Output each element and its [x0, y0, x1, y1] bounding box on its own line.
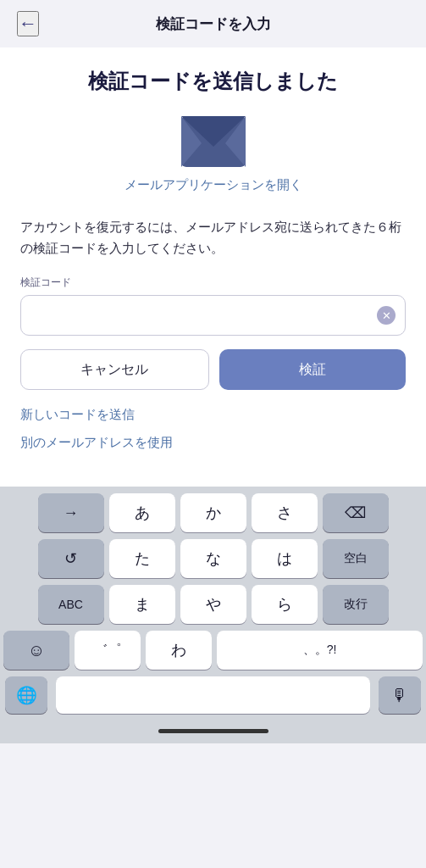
keyboard-bottom-row: 🌐 🎙 — [3, 676, 423, 722]
key-return[interactable]: 改行 — [323, 585, 389, 624]
keyboard: → あ か さ ⌫ ↺ た な は 空白 ABC ま や ら 改行 ☺ ゛゜ わ… — [0, 487, 426, 722]
alt-email-link[interactable]: 別のメールアドレスを使用 — [20, 435, 406, 451]
key-ka[interactable]: か — [180, 493, 246, 532]
key-arrow[interactable]: → — [38, 493, 104, 532]
key-abc[interactable]: ABC — [38, 585, 104, 624]
keyboard-row-3: ABC ま や ら 改行 — [3, 585, 423, 624]
key-punctuation[interactable]: 、。?! — [217, 631, 423, 670]
header-title: 検証コードを入力 — [156, 14, 271, 34]
key-mic[interactable]: 🎙 — [379, 676, 421, 714]
key-a[interactable]: あ — [109, 493, 175, 532]
back-button[interactable]: ← — [17, 11, 39, 36]
key-emoji[interactable]: ☺ — [3, 631, 69, 670]
description-text: アカウントを復元するには、メールアドレス宛に送られてきた６桁の検証コードを入力し… — [20, 217, 406, 259]
open-mail-link[interactable]: メールアプリケーションを開く — [124, 177, 302, 193]
key-space[interactable]: 空白 — [323, 539, 389, 578]
code-input[interactable] — [20, 295, 406, 336]
home-bar — [158, 729, 268, 733]
code-input-wrapper: ✕ — [20, 295, 406, 336]
key-backspace[interactable]: ⌫ — [323, 493, 389, 532]
key-ra[interactable]: ら — [252, 585, 318, 624]
key-ha[interactable]: は — [252, 539, 318, 578]
key-na[interactable]: な — [180, 539, 246, 578]
key-sa[interactable]: さ — [252, 493, 318, 532]
email-icon-section: メールアプリケーションを開く — [20, 114, 406, 210]
clear-input-button[interactable]: ✕ — [377, 306, 396, 325]
key-wa[interactable]: わ — [146, 631, 212, 670]
key-dakuten[interactable]: ゛゜ — [75, 631, 141, 670]
key-spacebar[interactable] — [56, 676, 370, 714]
email-icon — [180, 114, 247, 169]
page-title: 検証コードを送信しました — [20, 68, 406, 94]
key-ma[interactable]: ま — [109, 585, 175, 624]
key-ta[interactable]: た — [109, 539, 175, 578]
cancel-button[interactable]: キャンセル — [20, 349, 209, 390]
home-indicator-area — [0, 722, 426, 743]
key-ya[interactable]: や — [180, 585, 246, 624]
key-globe[interactable]: 🌐 — [5, 676, 47, 714]
main-content: 検証コードを送信しました メールアプリケーションを開く アカウントを復元するには… — [0, 47, 426, 487]
action-buttons: キャンセル 検証 — [20, 349, 406, 390]
input-label: 検証コード — [20, 275, 406, 290]
header: ← 検証コードを入力 — [0, 0, 426, 47]
verify-button[interactable]: 検証 — [219, 349, 407, 390]
resend-code-link[interactable]: 新しいコードを送信 — [20, 407, 406, 423]
keyboard-row-4: ☺ ゛゜ わ 、。?! — [3, 631, 423, 670]
key-undo[interactable]: ↺ — [38, 539, 104, 578]
keyboard-row-1: → あ か さ ⌫ — [3, 493, 423, 532]
keyboard-row-2: ↺ た な は 空白 — [3, 539, 423, 578]
